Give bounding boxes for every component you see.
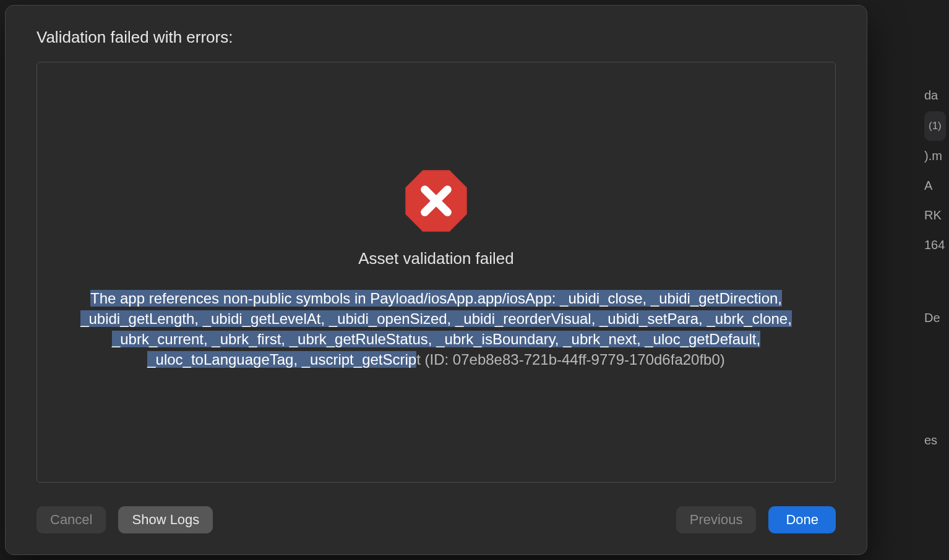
bg-fragment: es xyxy=(924,425,949,455)
bg-fragment: ).m xyxy=(924,141,949,171)
bg-fragment: A xyxy=(924,171,949,200)
error-icon xyxy=(403,168,470,234)
bg-fragment: 164 xyxy=(924,230,949,260)
bg-badge: (1) xyxy=(924,111,946,141)
bg-fragment: De xyxy=(924,303,949,333)
error-message[interactable]: The app references non-public symbols in… xyxy=(71,288,801,370)
previous-button: Previous xyxy=(676,506,757,533)
background-content: da (1) ).m A RK 164 De es xyxy=(924,80,949,455)
cancel-button: Cancel xyxy=(36,506,106,533)
show-logs-button[interactable]: Show Logs xyxy=(118,506,213,533)
validation-error-dialog: Validation failed with errors: Asset val… xyxy=(5,5,867,555)
error-heading: Asset validation failed xyxy=(358,249,513,268)
bg-fragment: RK xyxy=(924,200,949,230)
done-button[interactable]: Done xyxy=(768,506,836,533)
dialog-button-row: Cancel Show Logs Previous Done xyxy=(36,506,836,533)
dialog-title: Validation failed with errors: xyxy=(36,28,836,47)
error-message-rest[interactable]: t (ID: 07eb8e83-721b-44ff-9779-170d6fa20… xyxy=(416,351,725,368)
error-content-box: Asset validation failed The app referenc… xyxy=(36,62,836,483)
bg-fragment: da xyxy=(924,80,949,110)
